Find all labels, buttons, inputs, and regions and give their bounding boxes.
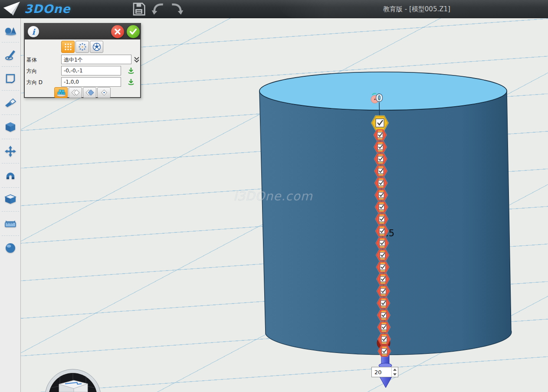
pattern-instance[interactable] — [377, 310, 390, 320]
pick-direction-d-icon[interactable] — [127, 78, 135, 86]
instances-icon — [56, 89, 66, 97]
paper-plane-icon — [3, 1, 21, 16]
field-row-direction: 方向 -0,-0,-1 — [25, 66, 140, 76]
cancel-button[interactable] — [111, 25, 124, 38]
spinner-up-button[interactable] — [392, 367, 398, 372]
info-icon[interactable]: i — [28, 26, 39, 37]
sphere-icon — [5, 242, 16, 254]
window-title: 教育版 - [模型005.Z1] — [383, 5, 450, 13]
app-logo: 3DOne — [3, 1, 71, 16]
plane-icon — [5, 73, 16, 84]
pattern-instance[interactable] — [374, 130, 386, 140]
tool-sidebar — [0, 18, 21, 392]
cylinder-top-face[interactable] — [259, 72, 507, 110]
primitives-icon — [4, 25, 16, 36]
pattern-instance[interactable] — [376, 238, 388, 248]
pattern-option-buttons — [54, 87, 111, 98]
option-instances-toggle[interactable] — [54, 87, 68, 98]
diamond-dot-icon — [99, 89, 109, 97]
dialog-titlebar: i — [25, 24, 140, 39]
view-navigation-wheel[interactable] — [43, 366, 104, 392]
linear-pattern-icon — [64, 42, 72, 51]
pattern-instance[interactable] — [376, 214, 388, 224]
tab-sphere-pattern[interactable] — [90, 41, 103, 53]
option-diamond-both[interactable] — [69, 87, 82, 98]
option-diamond-second[interactable] — [83, 87, 96, 98]
pattern-instance[interactable] — [378, 346, 390, 356]
sidebar-item-transform[interactable] — [0, 139, 21, 163]
option-diamond-center[interactable] — [97, 87, 111, 98]
pattern-instance[interactable] — [374, 154, 387, 164]
stack-icon — [4, 194, 16, 205]
cube-icon — [5, 121, 16, 133]
field-row-base: 基体 选中1个 — [25, 55, 140, 65]
diamond-blue-icon — [85, 89, 95, 97]
app-window: 3DOne 教育版 - [模型005.Z1] — [0, 0, 548, 392]
pattern-instance[interactable] — [377, 298, 390, 308]
pattern-instance[interactable] — [375, 202, 387, 212]
pattern-instance[interactable] — [375, 178, 387, 188]
pattern-type-tabs — [61, 41, 103, 53]
sphere-pattern-icon — [92, 42, 101, 51]
pattern-instance[interactable] — [375, 190, 387, 200]
undo-icon[interactable] — [151, 2, 166, 16]
pattern-instance[interactable] — [377, 250, 389, 260]
origin-label: 0 — [376, 92, 383, 104]
magnet-icon — [5, 170, 16, 181]
circular-pattern-icon — [78, 42, 87, 51]
field-row-direction-d: 方向 D -1,0,0 — [25, 77, 140, 88]
spinner-down-button[interactable] — [392, 372, 398, 377]
top-bar: 3DOne 教育版 - [模型005.Z1] — [0, 0, 548, 18]
pattern-instance[interactable] — [375, 166, 387, 176]
ruler-icon — [4, 219, 16, 229]
sidebar-item-sketch-plane[interactable] — [0, 67, 21, 91]
confirm-button[interactable] — [127, 25, 140, 38]
sidebar-item-pattern[interactable] — [0, 188, 21, 212]
redo-icon[interactable] — [169, 2, 184, 16]
sidebar-item-sketch[interactable] — [0, 42, 21, 67]
close-icon — [114, 28, 121, 35]
check-icon — [129, 28, 137, 35]
field-label: 方向 — [26, 68, 37, 75]
sidebar-item-edit[interactable] — [0, 91, 21, 115]
save-icon[interactable] — [131, 2, 146, 16]
tab-circular-pattern[interactable] — [75, 41, 89, 53]
sidebar-item-measure[interactable] — [0, 212, 21, 236]
pattern-instance-first[interactable] — [372, 116, 388, 130]
arrow-tip[interactable] — [380, 377, 392, 388]
pattern-instance[interactable] — [377, 262, 389, 272]
pick-direction-icon[interactable] — [127, 67, 135, 75]
pattern-instance[interactable] — [377, 274, 389, 284]
instance-count-input[interactable] — [372, 367, 391, 377]
sidebar-item-feature[interactable] — [0, 115, 21, 139]
sidebar-item-assembly[interactable] — [0, 163, 21, 188]
move-arrows-icon — [5, 146, 16, 157]
field-label: 方向 D — [26, 79, 43, 86]
sidebar-item-render[interactable] — [0, 236, 21, 260]
spinner-arrows — [391, 367, 398, 377]
pattern-dialog: i — [24, 23, 141, 98]
pattern-instance[interactable] — [378, 334, 390, 344]
logo-text: 3DOne — [24, 2, 71, 16]
watermark: i3DOne.com — [233, 189, 313, 203]
pencil-icon — [5, 49, 16, 60]
spacing-label: .5 — [386, 228, 394, 238]
field-label: 基体 — [26, 56, 37, 64]
direction-input[interactable]: -0,-0,-1 — [61, 66, 121, 75]
base-input[interactable]: 选中1个 — [61, 55, 131, 64]
pattern-instance[interactable] — [377, 286, 389, 296]
tab-linear-pattern[interactable] — [61, 41, 75, 53]
sidebar-item-primitives[interactable] — [0, 18, 21, 42]
chisel-icon — [4, 98, 16, 108]
instance-count-spinner — [371, 367, 398, 377]
pattern-instance[interactable] — [374, 142, 387, 152]
diamonds-icon — [71, 89, 80, 97]
direction-d-input[interactable]: -1,0,0 — [61, 77, 121, 87]
pattern-instance[interactable] — [378, 322, 390, 332]
chevron-double-down-icon[interactable] — [133, 56, 140, 64]
